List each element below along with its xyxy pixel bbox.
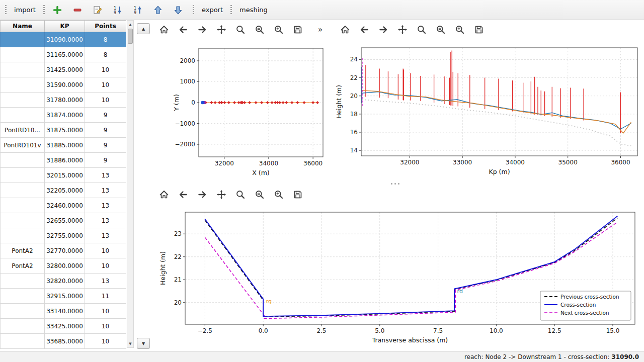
cell-points: 10 — [85, 77, 126, 93]
plot-back-button[interactable] — [358, 24, 370, 36]
plot-pan-button[interactable] — [396, 24, 409, 36]
plot-zoom-button[interactable] — [234, 189, 247, 201]
toolbar-grip[interactable] — [5, 5, 7, 15]
table-row[interactable]: 31425.000010 — [1, 62, 126, 77]
add-cross-section-button[interactable] — [51, 3, 66, 17]
table-row[interactable]: 31090.00008 — [1, 32, 126, 47]
table-row[interactable]: 31780.000010 — [1, 93, 126, 108]
splitter-handle[interactable] — [387, 182, 403, 186]
plot-subplots-button[interactable] — [254, 24, 266, 36]
import-button[interactable]: import — [13, 3, 37, 17]
plot-save-button[interactable] — [292, 24, 304, 36]
scrollbar-thumb[interactable] — [128, 29, 133, 44]
svg-text:34000: 34000 — [506, 159, 525, 166]
cell-name — [1, 213, 45, 228]
cell-name — [1, 168, 45, 183]
cross-section-plot[interactable]: −2.50.02.55.07.510.012.515.020212223Tran… — [151, 204, 644, 351]
plot-axes-button[interactable] — [454, 24, 466, 36]
panel-scroll-down-button[interactable]: ▼ — [137, 338, 150, 349]
toolbar-overflow-chevron[interactable]: » — [318, 25, 323, 34]
sort-ascending-button[interactable]: 19 — [111, 3, 126, 17]
cell-kp: 32770.0000 — [45, 243, 85, 258]
table-row[interactable]: 33140.000010 — [1, 304, 126, 319]
table-row[interactable]: 32755.000013 — [1, 228, 126, 243]
plot-zoom-button[interactable] — [234, 24, 247, 36]
table-row[interactable]: PontA232800.000010 — [1, 258, 126, 274]
plot-axes-button[interactable] — [273, 189, 285, 201]
plan-view-plot[interactable]: 320003400036000−2000−1000010002000X (m)Y… — [151, 39, 332, 185]
meshing-button[interactable]: meshing — [238, 3, 269, 17]
column-header-kp[interactable]: KP — [45, 21, 85, 32]
table-row[interactable]: 33685.000010 — [1, 334, 126, 349]
table-scrollbar[interactable]: ▲ ▼ — [127, 20, 134, 348]
cell-kp: 31875.0000 — [45, 123, 85, 138]
table-row[interactable]: 32655.000013 — [1, 213, 126, 228]
panel-scroll-up-button[interactable]: ▲ — [137, 23, 150, 34]
move-up-button[interactable] — [151, 3, 167, 17]
svg-text:33000: 33000 — [453, 159, 472, 166]
cell-points: 8 — [85, 32, 126, 47]
table-row[interactable]: 32820.000013 — [1, 274, 126, 289]
home-icon — [159, 190, 169, 200]
scrollbar-down-arrow-icon[interactable]: ▼ — [127, 340, 133, 347]
edit-cross-section-button[interactable] — [91, 3, 106, 17]
remove-cross-section-button[interactable] — [71, 3, 86, 17]
plot-forward-button[interactable] — [196, 189, 208, 201]
table-row[interactable]: 32460.000013 — [1, 198, 126, 213]
export-button[interactable]: export — [200, 3, 224, 17]
table-row[interactable]: 32915.000011 — [1, 289, 126, 304]
plot-forward-button[interactable] — [377, 24, 389, 36]
plot-pan-button[interactable] — [215, 189, 227, 201]
profile-panel: 3200033000340003500036000141618202224Kp … — [332, 20, 644, 185]
plot-back-button[interactable] — [177, 24, 189, 36]
plot-zoom-button[interactable] — [416, 24, 428, 36]
plot-forward-button[interactable] — [196, 24, 208, 36]
cell-name — [1, 77, 45, 93]
plot-axes-button[interactable] — [273, 24, 285, 36]
toolbar-grip[interactable] — [193, 5, 194, 15]
cell-kp: 31590.0000 — [45, 77, 85, 93]
plot-pan-button[interactable] — [215, 24, 227, 36]
table-row[interactable]: 31874.00009 — [1, 108, 126, 123]
toolbar-grip[interactable] — [230, 5, 232, 15]
table-row[interactable]: 31165.00008 — [1, 47, 126, 62]
plot-save-button[interactable] — [292, 189, 304, 201]
sort-descending-button[interactable]: 19 — [131, 3, 146, 17]
svg-text:24: 24 — [350, 56, 358, 63]
axes-icon — [274, 190, 284, 200]
cell-kp: 32205.0000 — [45, 183, 85, 198]
splitter-dot — [394, 183, 396, 185]
home-icon — [159, 25, 169, 35]
toolbar-grip[interactable] — [43, 5, 45, 15]
plot-back-button[interactable] — [177, 189, 189, 201]
move-down-button[interactable] — [172, 3, 187, 17]
scrollbar-up-arrow-icon[interactable]: ▲ — [127, 21, 133, 28]
cell-name — [1, 183, 45, 198]
table-row[interactable]: 31886.00009 — [1, 153, 126, 168]
table-row[interactable]: 32015.000013 — [1, 168, 126, 183]
table-row[interactable]: 32205.000013 — [1, 183, 126, 198]
plot-save-button[interactable] — [473, 24, 485, 36]
sort-desc-icon: 19 — [133, 5, 143, 15]
column-header-name[interactable]: Name — [1, 21, 45, 32]
cell-name — [1, 319, 45, 334]
table-row[interactable]: PontRD10...31875.00009 — [1, 123, 126, 138]
table-row[interactable]: PontA232770.000010 — [1, 243, 126, 258]
subplots-icon — [255, 25, 265, 35]
cell-kp: 32460.0000 — [45, 198, 85, 213]
table-row[interactable]: 33425.000010 — [1, 319, 126, 334]
table-row[interactable]: 31590.000010 — [1, 77, 126, 93]
plot-home-button[interactable] — [158, 24, 170, 36]
column-header-points[interactable]: Points — [85, 21, 126, 32]
plot-home-button[interactable] — [158, 189, 170, 201]
table-row[interactable]: PontRD101v31885.00009 — [1, 138, 126, 153]
profile-plot[interactable]: 3200033000340003500036000141618202224Kp … — [332, 39, 644, 185]
plot-subplots-button[interactable] — [435, 24, 447, 36]
cell-points: 13 — [85, 228, 126, 243]
plot-subplots-button[interactable] — [254, 189, 266, 201]
plot-home-button[interactable] — [339, 24, 351, 36]
cell-name — [1, 108, 45, 123]
cell-points: 11 — [85, 289, 126, 304]
status-cross-section-value: 31090.0 — [611, 353, 639, 360]
svg-text:rg: rg — [266, 298, 272, 305]
